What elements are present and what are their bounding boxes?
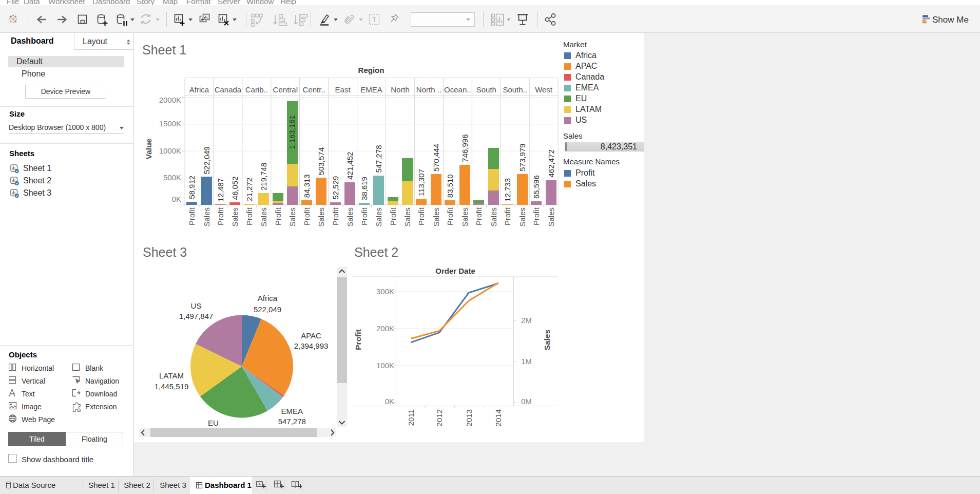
svg-text:Sales: Sales — [518, 207, 527, 227]
svg-text:Sales: Sales — [374, 207, 383, 227]
svg-text:Canada: Canada — [215, 85, 242, 94]
svg-text:Region: Region — [358, 66, 385, 74]
svg-text:1M: 1M — [521, 357, 532, 366]
svg-text:2011: 2011 — [407, 409, 415, 426]
svg-text:52,529: 52,529 — [331, 176, 340, 200]
svg-text:113,307: 113,307 — [417, 169, 426, 196]
svg-text:Africa: Africa — [189, 85, 209, 94]
svg-text:500K: 500K — [163, 173, 181, 182]
svg-text:570,444: 570,444 — [432, 144, 440, 172]
svg-text:200K: 200K — [376, 324, 394, 333]
svg-text:Sales: Sales — [432, 207, 440, 227]
svg-text:North: North — [391, 85, 410, 94]
svg-text:746,996: 746,996 — [460, 134, 469, 162]
svg-text:1,163,161: 1,163,161 — [287, 115, 296, 149]
svg-text:Sheet 2: Sheet 2 — [354, 245, 398, 259]
svg-text:Sales: Sales — [403, 207, 412, 227]
svg-text:2014: 2014 — [494, 409, 503, 426]
svg-text:West: West — [535, 85, 553, 94]
svg-text:Profit: Profit — [532, 207, 541, 225]
svg-text:38,619: 38,619 — [360, 177, 369, 200]
svg-text:Profit: Profit — [187, 207, 196, 225]
svg-text:Profit: Profit — [331, 207, 340, 225]
svg-text:Sales: Sales — [547, 207, 555, 227]
svg-text:421,452: 421,452 — [345, 152, 354, 180]
svg-text:300K: 300K — [376, 287, 394, 296]
svg-text:Profit: Profit — [354, 329, 362, 350]
svg-text:Profit: Profit — [360, 207, 369, 225]
svg-text:Profit: Profit — [474, 207, 483, 225]
svg-text:Order Date: Order Date — [435, 267, 475, 275]
svg-text:65,596: 65,596 — [532, 175, 541, 199]
svg-text:Profit: Profit — [503, 207, 512, 225]
svg-text:EMEA: EMEA — [360, 85, 382, 94]
svg-text:522,049: 522,049 — [202, 146, 211, 174]
svg-text:Sales: Sales — [288, 207, 297, 227]
svg-text:Africa: Africa — [258, 294, 278, 302]
svg-text:0K: 0K — [172, 195, 181, 203]
svg-text:219,748: 219,748 — [259, 163, 268, 191]
svg-text:Central: Central — [273, 85, 298, 94]
svg-text:Value: Value — [144, 138, 153, 159]
svg-text:2000K: 2000K — [159, 96, 181, 104]
svg-text:1500K: 1500K — [159, 119, 181, 128]
svg-text:2M: 2M — [521, 316, 532, 325]
svg-text:East: East — [335, 85, 351, 94]
svg-text:Sales: Sales — [489, 207, 498, 227]
svg-text:503,574: 503,574 — [317, 147, 325, 175]
svg-text:84,313: 84,313 — [302, 174, 311, 198]
svg-text:APAC: APAC — [301, 331, 321, 340]
svg-text:Sales: Sales — [230, 207, 239, 227]
svg-text:1000K: 1000K — [159, 146, 181, 155]
svg-text:Sheet 3: Sheet 3 — [143, 245, 187, 259]
svg-text:Sheet 1: Sheet 1 — [142, 43, 186, 57]
svg-text:58,912: 58,912 — [187, 176, 196, 199]
svg-text:1,497,847: 1,497,847 — [179, 312, 214, 320]
svg-text:Sales: Sales — [543, 330, 551, 351]
svg-text:Sales: Sales — [259, 207, 268, 227]
svg-text:547,278: 547,278 — [278, 417, 306, 426]
svg-text:Profit: Profit — [389, 207, 397, 225]
svg-text:North ..: North .. — [416, 85, 441, 94]
svg-text:South: South — [476, 85, 496, 94]
svg-text:Sales: Sales — [460, 207, 469, 227]
svg-text:Profit: Profit — [302, 207, 311, 225]
svg-text:46,052: 46,052 — [230, 176, 239, 200]
svg-text:EMEA: EMEA — [281, 407, 303, 415]
svg-text:Carib..: Carib.. — [245, 85, 268, 94]
svg-text:Sales: Sales — [345, 207, 354, 227]
svg-text:0M: 0M — [521, 397, 532, 406]
svg-text:2013: 2013 — [465, 409, 473, 426]
svg-text:South..: South.. — [503, 85, 527, 94]
svg-text:Profit: Profit — [274, 207, 282, 225]
svg-text:LATAM: LATAM — [159, 371, 184, 380]
svg-text:Profit: Profit — [446, 207, 454, 225]
svg-text:Sales: Sales — [317, 207, 325, 227]
svg-text:12,733: 12,733 — [503, 178, 512, 202]
svg-text:1,445,519: 1,445,519 — [155, 382, 189, 391]
svg-text:EU: EU — [208, 419, 219, 427]
svg-text:Centr..: Centr.. — [303, 85, 325, 94]
svg-text:547,278: 547,278 — [374, 145, 383, 173]
svg-text:21,272: 21,272 — [245, 178, 254, 201]
svg-text:Profit: Profit — [417, 207, 426, 225]
svg-text:83,510: 83,510 — [446, 174, 454, 198]
svg-text:Profit: Profit — [245, 207, 254, 225]
svg-text:Ocean..: Ocean.. — [444, 85, 471, 94]
svg-text:2,394,993: 2,394,993 — [294, 341, 329, 350]
svg-text:573,979: 573,979 — [518, 144, 527, 172]
svg-text:462,472: 462,472 — [547, 149, 555, 177]
svg-text:Show Me: Show Me — [932, 15, 969, 25]
svg-text:2012: 2012 — [435, 409, 444, 426]
svg-text:Profit: Profit — [216, 207, 225, 225]
svg-text:522,049: 522,049 — [254, 305, 281, 314]
svg-text:0K: 0K — [385, 397, 394, 406]
svg-text:US: US — [191, 301, 202, 310]
svg-text:T: T — [372, 16, 376, 24]
svg-text:Sales: Sales — [202, 207, 211, 227]
svg-text:100K: 100K — [376, 361, 394, 370]
svg-text:12,487: 12,487 — [216, 178, 225, 202]
